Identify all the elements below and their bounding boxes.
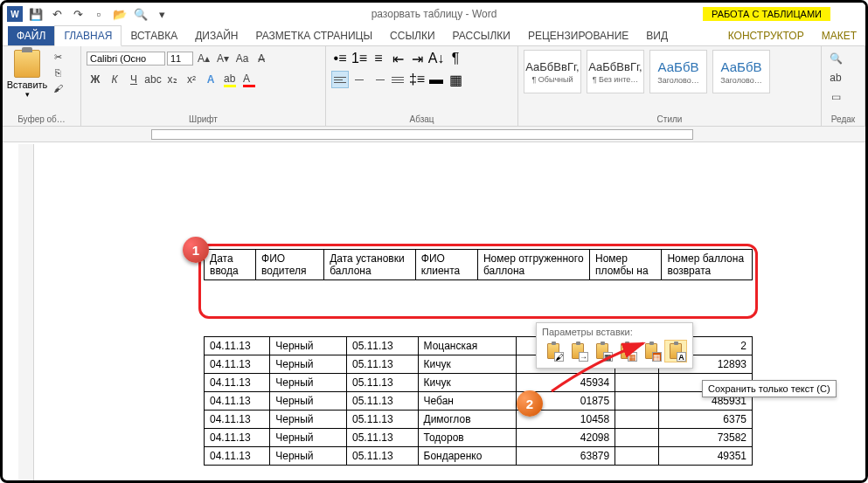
- document-area[interactable]: 1 Дата вводаФИО водителяДата установки б…: [38, 144, 865, 480]
- redo-icon[interactable]: ↷: [69, 5, 87, 23]
- table-cell[interactable]: [615, 429, 659, 447]
- tab-table-layout[interactable]: МАКЕТ: [813, 26, 865, 45]
- save-icon[interactable]: 💾: [27, 5, 45, 23]
- line-spacing-icon[interactable]: ‡≡: [408, 71, 426, 88]
- align-right-button[interactable]: [370, 71, 387, 88]
- tab-file[interactable]: ФАЙЛ: [8, 26, 54, 45]
- tab-home[interactable]: ГЛАВНАЯ: [54, 25, 122, 46]
- grow-font-icon[interactable]: A▴: [195, 50, 212, 67]
- new-icon[interactable]: ▫: [90, 5, 108, 23]
- table-cell[interactable]: 05.11.13: [347, 392, 419, 411]
- align-left-button[interactable]: [331, 71, 349, 88]
- table-cell[interactable]: Черный: [270, 355, 347, 374]
- table-cell[interactable]: Черный: [270, 337, 347, 355]
- table-cell[interactable]: Черный: [270, 447, 347, 466]
- change-case-icon[interactable]: Aa: [233, 50, 251, 67]
- table-cell[interactable]: 05.11.13: [347, 429, 419, 447]
- align-justify-button[interactable]: [389, 71, 406, 88]
- strikethrough-button[interactable]: abc: [144, 71, 162, 88]
- table-row[interactable]: 04.11.13Черный05.11.13Кичук45934: [205, 374, 753, 392]
- shrink-font-icon[interactable]: A▾: [214, 50, 232, 67]
- tab-page-layout[interactable]: РАЗМЕТКА СТРАНИЦЫ: [247, 26, 382, 45]
- table-cell[interactable]: 42098: [517, 429, 615, 447]
- table-cell[interactable]: 05.11.13: [347, 355, 419, 374]
- underline-button[interactable]: Ч: [125, 71, 142, 88]
- table-cell[interactable]: 04.11.13: [205, 337, 270, 355]
- table-cell[interactable]: [615, 411, 659, 429]
- table-cell[interactable]: 04.11.13: [205, 429, 270, 447]
- paste-merge-formatting-button[interactable]: →: [566, 340, 589, 362]
- table-cell[interactable]: 05.11.13: [347, 337, 419, 355]
- increase-indent-icon[interactable]: ⇥: [408, 50, 426, 67]
- table-cell[interactable]: Черный: [270, 392, 347, 411]
- style-option[interactable]: АаБбВвГг,¶ Без инте…: [587, 50, 644, 93]
- table-cell[interactable]: 05.11.13: [347, 411, 419, 429]
- table-cell[interactable]: Чебан: [418, 392, 517, 411]
- qat-dropdown-icon[interactable]: ▾: [153, 5, 170, 23]
- table-row[interactable]: 04.11.13Черный05.11.13Тодоров4209873582: [205, 429, 753, 447]
- table-cell[interactable]: Черный: [270, 374, 347, 392]
- undo-icon[interactable]: ↶: [48, 5, 66, 23]
- bullets-icon[interactable]: •≡: [331, 50, 349, 67]
- borders-icon[interactable]: ▦: [447, 71, 464, 88]
- open-icon[interactable]: 📂: [111, 5, 128, 23]
- horizontal-ruler[interactable]: [3, 127, 865, 142]
- text-effects-icon[interactable]: A: [202, 71, 219, 88]
- font-color-icon[interactable]: A: [240, 71, 258, 88]
- table-cell[interactable]: Кичук: [418, 374, 517, 392]
- cut-icon[interactable]: ✂: [50, 50, 66, 64]
- tab-references[interactable]: ССЫЛКИ: [381, 26, 443, 45]
- vertical-ruler[interactable]: [18, 144, 34, 480]
- paste-text-only-button[interactable]: A: [664, 340, 687, 362]
- clear-formatting-icon[interactable]: A̶: [253, 50, 270, 67]
- bold-button[interactable]: Ж: [87, 71, 104, 88]
- table-cell[interactable]: [615, 374, 659, 392]
- table-cell[interactable]: Димоглов: [418, 411, 517, 429]
- table-cell[interactable]: [615, 447, 659, 466]
- style-option[interactable]: АаБбВЗаголово…: [649, 50, 707, 93]
- tab-table-design[interactable]: КОНСТРУКТОР: [719, 26, 813, 45]
- paste-nest-table-button[interactable]: ▦: [591, 340, 614, 362]
- table-cell[interactable]: 04.11.13: [205, 411, 270, 429]
- format-painter-icon[interactable]: 🖌: [50, 81, 66, 95]
- find-icon[interactable]: 🔍: [827, 50, 844, 67]
- table-row[interactable]: 04.11.13Черный05.11.13Бондаренко63879493…: [205, 447, 753, 466]
- numbering-icon[interactable]: 1≡: [351, 50, 368, 67]
- table-cell[interactable]: Моцанская: [418, 337, 517, 355]
- table-row[interactable]: 04.11.13Черный05.11.13Чебан01875485931: [205, 392, 753, 411]
- paste-button[interactable]: Вставить ▾: [8, 50, 46, 99]
- replace-icon[interactable]: ab: [827, 69, 844, 86]
- table-cell[interactable]: [615, 392, 659, 411]
- sort-icon[interactable]: A↓: [427, 50, 445, 67]
- tab-view[interactable]: ВИД: [637, 26, 677, 45]
- subscript-button[interactable]: x₂: [163, 71, 181, 88]
- style-option[interactable]: АаБбВЗаголово…: [712, 50, 770, 93]
- table-cell[interactable]: 45934: [517, 374, 615, 392]
- table-cell[interactable]: Черный: [270, 411, 347, 429]
- paste-keep-source-button[interactable]: 🖌: [542, 340, 565, 362]
- print-preview-icon[interactable]: 🔍: [132, 5, 149, 23]
- show-marks-icon[interactable]: ¶: [447, 50, 464, 67]
- table-cell[interactable]: Тодоров: [418, 429, 517, 447]
- table-cell[interactable]: 04.11.13: [205, 374, 270, 392]
- table-row[interactable]: 04.11.13Черный05.11.13Димоглов104586375: [205, 411, 753, 429]
- table-cell[interactable]: 49351: [659, 447, 753, 466]
- table-cell[interactable]: 04.11.13: [205, 392, 270, 411]
- highlight-color-icon[interactable]: ab: [221, 71, 239, 88]
- table-cell[interactable]: 05.11.13: [347, 447, 419, 466]
- multilevel-icon[interactable]: ≡: [370, 50, 387, 67]
- tab-review[interactable]: РЕЦЕНЗИРОВАНИЕ: [519, 26, 637, 45]
- select-icon[interactable]: ▭: [827, 88, 844, 106]
- paste-insert-new-rows-button[interactable]: ▦: [615, 340, 638, 362]
- table-cell[interactable]: 63879: [517, 447, 615, 466]
- font-name-select[interactable]: [87, 52, 165, 66]
- align-center-button[interactable]: [351, 71, 368, 88]
- table-cell[interactable]: 04.11.13: [205, 447, 270, 466]
- style-option[interactable]: АаБбВвГг,¶ Обычный: [524, 50, 581, 93]
- table-cell[interactable]: 73582: [659, 429, 753, 447]
- table-cell[interactable]: Бондаренко: [418, 447, 517, 466]
- copy-icon[interactable]: ⎘: [50, 66, 66, 79]
- superscript-button[interactable]: x²: [183, 71, 200, 88]
- decrease-indent-icon[interactable]: ⇤: [389, 50, 406, 67]
- table-cell[interactable]: Кичук: [418, 355, 517, 374]
